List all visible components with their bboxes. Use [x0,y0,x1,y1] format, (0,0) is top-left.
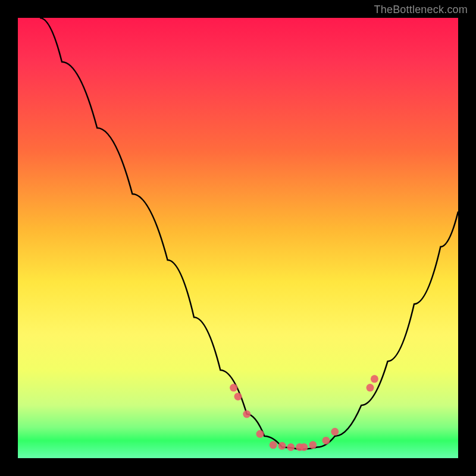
data-marker [331,428,339,436]
data-marker [256,430,264,438]
bottleneck-curve [40,18,458,449]
data-marker [270,441,277,449]
data-marker [234,393,242,400]
plot-frame [18,18,458,458]
data-marker [322,437,330,444]
data-marker [287,443,295,451]
data-marker [371,375,378,383]
data-marker [230,384,237,392]
plot-overlay [18,18,458,458]
attribution-text: TheBottleneck.com [374,4,468,16]
data-marker [367,384,374,392]
data-marker [243,411,250,418]
data-marker [300,443,308,451]
data-marker [309,441,317,449]
data-marker [278,442,286,450]
